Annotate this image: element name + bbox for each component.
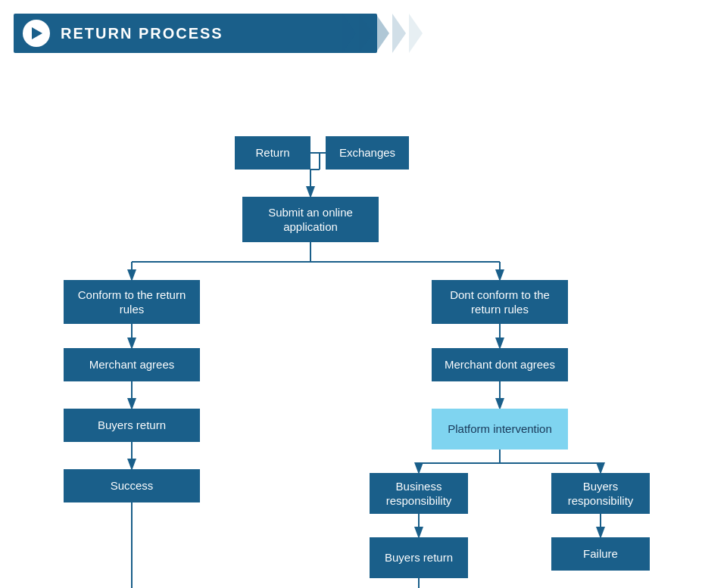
submit-box: Submit an online application (242, 197, 379, 242)
header-icon (23, 20, 50, 47)
success-box: Success (64, 469, 200, 502)
chevron-2 (359, 14, 373, 53)
return-box: Return (235, 136, 310, 170)
chevron-5 (409, 14, 423, 53)
exchanges-box: Exchanges (326, 136, 409, 170)
not-conform-box: Dont conform to the return rules (432, 280, 568, 324)
buyers-resp-box: Buyers responsibility (551, 473, 650, 514)
header-bar: RETURN PROCESS (14, 14, 377, 53)
buyers-return-right-box: Buyers return (370, 537, 468, 578)
chevron-decorations (342, 14, 423, 53)
chevron-3 (376, 14, 389, 53)
flowchart: Return Exchanges Submit an online applic… (0, 114, 727, 588)
page-title: RETURN PROCESS (61, 25, 223, 42)
conform-box: Conform to the return rules (64, 280, 200, 324)
business-resp-box: Business responsibility (370, 473, 468, 514)
platform-box: Platform intervention (432, 409, 568, 450)
svg-marker-0 (32, 27, 42, 39)
chevron-1 (342, 14, 356, 53)
failure-box: Failure (551, 537, 650, 571)
merchant-agrees-box: Merchant agrees (64, 348, 200, 381)
buyers-return-left-box: Buyers return (64, 409, 200, 442)
chevron-4 (392, 14, 406, 53)
merchant-dont-box: Merchant dont agrees (432, 348, 568, 381)
play-icon (29, 26, 44, 41)
